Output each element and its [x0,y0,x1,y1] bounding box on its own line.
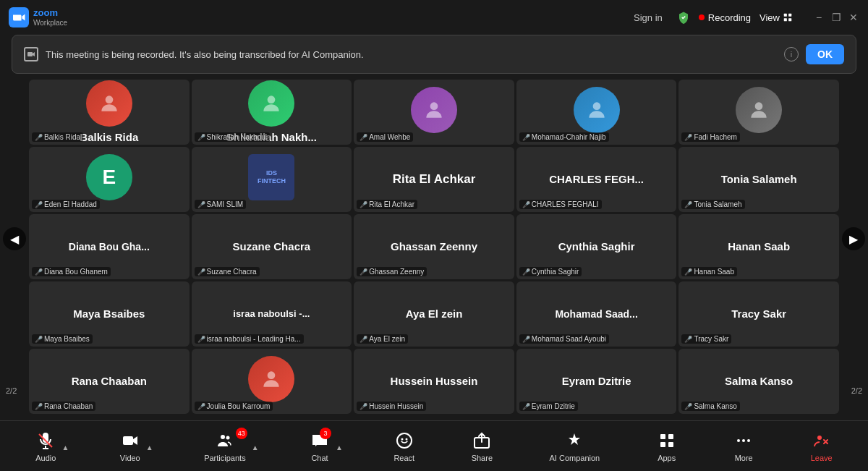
participant-cell: israa naboulsi -... 🎤 israa naboulsi - L… [192,281,352,347]
participant-name: Diana Bou Gha... [63,241,156,253]
security-badge [677,11,690,24]
react-label: React [393,454,414,462]
participant-label: 🎤 Aya El zein [357,334,408,344]
svg-rect-3 [784,18,787,21]
svg-point-10 [755,102,763,110]
participant-name: Maya Bsaibes [67,307,150,321]
participant-cell: 🎤 Joulia Bou Karroum [192,349,352,414]
participant-label: 🎤 Fadi Hachem [681,132,739,142]
ai-companion-button[interactable]: AI Companion [544,428,606,465]
label-text: CHARLES FEGHALI [532,200,599,208]
recording-dot [699,14,705,20]
audio-icon [35,430,56,451]
avatar [411,87,457,133]
svg-point-18 [397,433,412,448]
participant-label: 🎤 Diana Bou Ghanem [32,267,111,276]
label-text: Rana Chaaban [44,402,93,410]
label-text: israa naboulsi - Leading Ha... [207,335,301,343]
participant-label: 🎤 Mohamad-Chahir Najib [519,132,609,142]
participants-badge: 43 [236,428,247,439]
apps-button[interactable]: Apps [651,428,683,465]
participant-name: Rana Chaaban [66,375,153,388]
label-text: Hanan Saab [694,268,734,276]
svg-point-29 [817,436,822,440]
svg-rect-2 [788,14,791,17]
page-indicator-left: 2/2 [6,386,17,395]
apps-icon [657,430,677,451]
view-button[interactable]: View [760,12,793,23]
mic-muted-icon: 🎤 [522,403,529,410]
participant-label: 🎤 Tonia Salameh [681,200,744,209]
label-text: Suzane Chacra [207,268,257,276]
participant-name: Salma Kanso [719,375,799,388]
react-button[interactable]: React [388,428,420,465]
svg-point-6 [105,96,113,103]
label-text: Ghassan Zeenny [369,268,424,276]
avatar: E [86,154,132,200]
mic-muted-icon: 🎤 [197,201,205,208]
participant-name: Hanan Saab [722,240,796,253]
participant-cell: Rana Chaaban 🎤 Rana Chaaban [29,349,190,414]
label-text: Diana Bou Ghanem [44,268,108,276]
svg-point-27 [742,439,745,442]
svg-point-20 [405,438,407,440]
mic-muted-icon: 🎤 [684,403,692,410]
label-text: SAMI SLIM [207,200,244,208]
participant-name: Rita El Achkar [387,172,482,187]
participant-label: 🎤 Salma Kanso [681,402,739,411]
info-button[interactable]: i [784,47,799,61]
video-chevron[interactable]: ▲ [146,441,153,451]
participant-label: 🎤 Mohamad Saad Ayoubi [519,334,609,344]
ids-logo: IDSFINTECH [248,154,294,200]
next-page-button[interactable]: ▶ [842,227,865,250]
label-text: Eyram Dzitrie [532,402,575,410]
chat-label: Chat [311,454,328,462]
mic-muted-icon: 🎤 [684,336,692,343]
leave-label: Leave [811,454,833,462]
participant-label: 🎤 Suzane Chacra [195,267,260,276]
participant-label: 🎤 Tracy Sakr [681,334,731,344]
video-button[interactable]: Video [114,428,146,465]
participant-name: Balkis Rida [74,131,144,144]
chat-chevron[interactable]: ▲ [336,441,343,451]
mic-muted-icon: 🎤 [35,201,42,208]
audio-button[interactable]: Audio [30,428,61,465]
label-text: Mohamad Saad Ayoubi [532,335,606,343]
svg-point-7 [268,96,276,103]
label-text: Eden El Haddad [44,200,97,208]
sign-in-button[interactable]: Sign in [628,9,668,26]
chat-button[interactable]: 3 Chat [304,428,336,465]
more-button[interactable]: More [728,428,760,465]
svg-rect-5 [27,52,33,56]
ok-button[interactable]: OK [806,44,844,64]
label-text: Fadi Hachem [694,133,736,141]
minimize-button[interactable]: − [813,12,825,23]
mic-muted-icon: 🎤 [359,201,367,208]
label-text: Mohamad-Chahir Najib [532,133,606,141]
svg-point-16 [221,435,225,439]
participants-button[interactable]: 43 Participants [198,428,251,465]
close-button[interactable]: ✕ [848,12,859,23]
chat-badge: 3 [320,428,331,439]
label-text: Rita El Achkar [369,200,414,208]
label-text: Balkis Rida [44,133,80,141]
mic-muted-icon: 🎤 [35,403,42,410]
participant-label: 🎤 israa naboulsi - Leading Ha... [195,334,304,344]
participant-label: 🎤 Rita El Achkar [357,200,417,209]
participants-group: 43 Participants ▲ [198,428,258,465]
participant-cell: Shikrallah Nakh... 🎤 Shikrallah Nakhoul [192,80,352,145]
apps-label: Apps [658,454,676,462]
participant-label: 🎤 SAMI SLIM [195,200,247,209]
participant-cell: Eyram Dzitrie 🎤 Eyram Dzitrie [516,349,677,414]
participant-cell: Tonia Salameh 🎤 Tonia Salameh [678,147,839,212]
share-button[interactable]: Share [466,428,498,465]
audio-chevron[interactable]: ▲ [61,441,69,451]
share-group: Share [466,428,498,465]
video-label: Video [120,454,140,462]
svg-rect-23 [668,434,673,439]
maximize-button[interactable]: ❐ [830,12,842,23]
prev-page-button[interactable]: ◀ [3,227,26,250]
participant-label: 🎤 Eyram Dzitrie [519,402,578,411]
leave-button[interactable]: Leave [805,428,838,465]
participants-chevron[interactable]: ▲ [252,441,259,451]
